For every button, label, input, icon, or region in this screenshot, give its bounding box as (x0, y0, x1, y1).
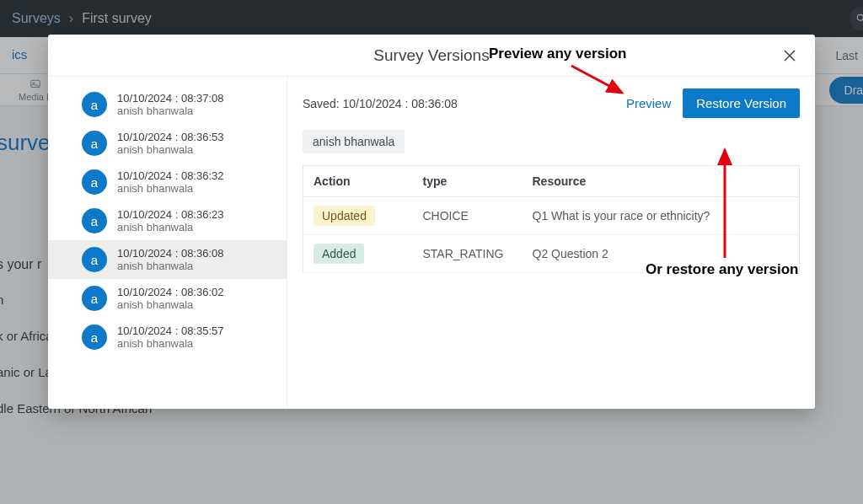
change-type: CHOICE (413, 197, 523, 235)
version-time: 10/10/2024 : 08:36:53 (117, 131, 224, 143)
version-user: anish bhanwala (117, 105, 224, 117)
close-icon[interactable] (780, 46, 800, 66)
changes-table: Action type Resource UpdatedCHOICEQ1 Wha… (303, 165, 800, 273)
version-user: anish bhanwala (117, 260, 224, 272)
version-time: 10/10/2024 : 08:36:08 (117, 247, 224, 260)
version-time: 10/10/2024 : 08:36:02 (117, 286, 224, 298)
version-item[interactable]: a10/10/2024 : 08:36:32anish bhanwala (48, 163, 287, 201)
avatar: a (82, 92, 107, 117)
version-item[interactable]: a10/10/2024 : 08:36:23anish bhanwala (48, 201, 287, 240)
saved-timestamp: Saved: 10/10/2024 : 08:36:08 (303, 97, 458, 110)
avatar: a (82, 324, 107, 350)
version-user: anish bhanwala (117, 143, 224, 156)
change-resource: Q1 What is your race or ethnicity? (523, 197, 800, 235)
version-item[interactable]: a10/10/2024 : 08:35:57anish bhanwala (48, 318, 287, 357)
version-user: anish bhanwala (117, 221, 224, 233)
col-resource: Resource (523, 166, 800, 197)
survey-versions-modal: Survey Versions a10/10/2024 : 08:37:08an… (48, 35, 815, 409)
version-time: 10/10/2024 : 08:37:08 (117, 92, 224, 105)
version-user: anish bhanwala (117, 182, 224, 195)
version-item[interactable]: a10/10/2024 : 08:36:08anish bhanwala (48, 240, 287, 279)
avatar: a (82, 208, 107, 233)
version-user: anish bhanwala (117, 337, 224, 350)
preview-link[interactable]: Preview (626, 96, 671, 110)
version-time: 10/10/2024 : 08:35:57 (117, 324, 224, 337)
version-user: anish bhanwala (117, 298, 224, 311)
version-item[interactable]: a10/10/2024 : 08:36:02anish bhanwala (48, 279, 287, 318)
table-row: AddedSTAR_RATINGQ2 Question 2 (303, 235, 800, 273)
versions-list[interactable]: a10/10/2024 : 08:37:08anish bhanwalaa10/… (48, 77, 287, 409)
avatar: a (82, 131, 107, 156)
avatar: a (82, 247, 107, 272)
version-time: 10/10/2024 : 08:36:32 (117, 169, 224, 182)
restore-version-button[interactable]: Restore Version (683, 88, 800, 118)
modal-title: Survey Versions (373, 46, 489, 65)
change-resource: Q2 Question 2 (523, 235, 800, 273)
version-detail: Saved: 10/10/2024 : 08:36:08 Preview Res… (287, 77, 815, 409)
action-badge: Added (314, 244, 364, 264)
version-item[interactable]: a10/10/2024 : 08:37:08anish bhanwala (48, 85, 287, 124)
avatar: a (82, 169, 107, 195)
version-item[interactable]: a10/10/2024 : 08:36:53anish bhanwala (48, 124, 287, 163)
col-type: type (413, 166, 523, 197)
col-action: Action (303, 166, 413, 197)
version-time: 10/10/2024 : 08:36:23 (117, 208, 224, 221)
action-badge: Updated (314, 206, 375, 226)
change-type: STAR_RATING (413, 235, 523, 273)
editor-chip: anish bhanwala (303, 130, 405, 153)
modal-header: Survey Versions (48, 35, 815, 77)
avatar: a (82, 286, 107, 311)
table-row: UpdatedCHOICEQ1 What is your race or eth… (303, 197, 800, 235)
